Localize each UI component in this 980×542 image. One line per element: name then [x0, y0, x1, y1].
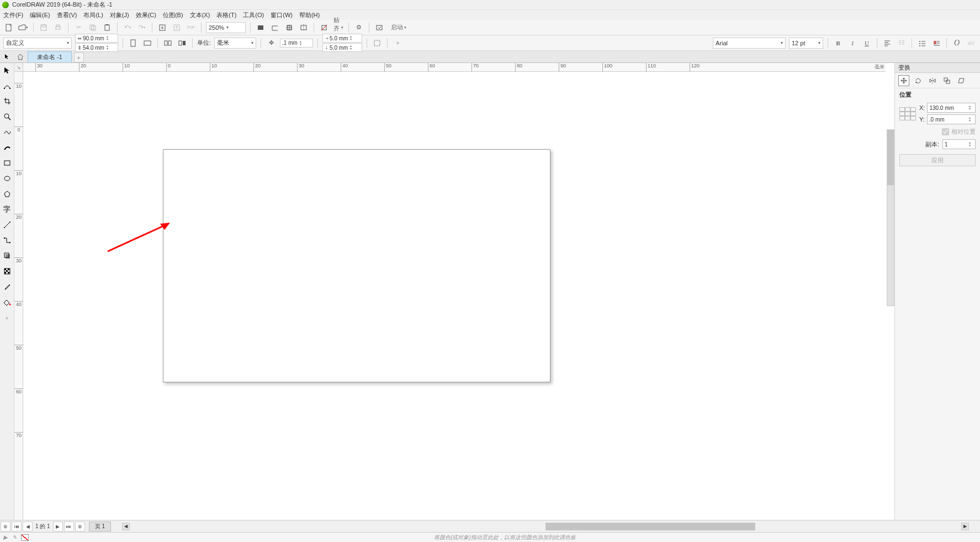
- size-tab[interactable]: [941, 75, 952, 86]
- last-page-button[interactable]: ⏭: [64, 522, 74, 532]
- x-field[interactable]: 130.0 mm▴▾: [927, 103, 976, 113]
- menu-layout[interactable]: 布局(L): [83, 11, 103, 19]
- home-tab[interactable]: [14, 51, 27, 62]
- print-button[interactable]: [52, 22, 63, 33]
- transparency-tool[interactable]: [1, 265, 13, 277]
- doc-tab-1[interactable]: 未命名 -1: [28, 51, 72, 62]
- eyedropper-tool[interactable]: [1, 281, 13, 293]
- page-1[interactable]: [163, 149, 550, 382]
- freehand-tool[interactable]: [1, 126, 13, 138]
- next-page-button[interactable]: ▶: [53, 522, 63, 532]
- anchor-grid[interactable]: [899, 107, 916, 120]
- save-button[interactable]: [38, 22, 49, 33]
- copies-field[interactable]: 1▴▾: [942, 139, 976, 149]
- polygon-tool[interactable]: [1, 188, 13, 200]
- font-size-combo[interactable]: 12 pt▾: [789, 38, 823, 49]
- show-guides-button[interactable]: [298, 22, 309, 33]
- add-page-button[interactable]: ⊕: [1, 522, 10, 532]
- bold-button[interactable]: B: [833, 38, 844, 49]
- menu-tools[interactable]: 工具(O): [243, 11, 264, 19]
- menu-file[interactable]: 文件(F): [3, 11, 23, 19]
- mirror-tab[interactable]: [927, 75, 938, 86]
- menu-effects[interactable]: 效果(C): [136, 11, 156, 19]
- launch-icon[interactable]: [374, 22, 385, 33]
- show-grid-button[interactable]: [284, 22, 295, 33]
- skew-tab[interactable]: [956, 75, 967, 86]
- menu-view[interactable]: 查看(V): [57, 11, 77, 19]
- horizontal-scrollbar[interactable]: ◀ ▶: [122, 523, 969, 530]
- text-properties-button[interactable]: O: [951, 38, 962, 49]
- drop-shadow-tool[interactable]: [1, 250, 13, 262]
- connector-tool[interactable]: [1, 234, 13, 246]
- menu-bitmap[interactable]: 位图(B): [163, 11, 183, 19]
- snap-off-button[interactable]: [319, 22, 330, 33]
- page-height-field[interactable]: ⬍54.0 mm▴▾: [75, 43, 118, 52]
- menu-object[interactable]: 对象(J): [110, 11, 129, 19]
- edit-text-button[interactable]: ab|: [966, 38, 977, 49]
- page-tab-1[interactable]: 页 1: [89, 522, 111, 532]
- relative-checkbox[interactable]: 相对位置: [942, 128, 976, 136]
- menu-table[interactable]: 表格(T): [216, 11, 236, 19]
- paste-button[interactable]: [102, 22, 113, 33]
- canvas-viewport[interactable]: ↘ 毫米 3020100102030405060708090100110120 …: [14, 63, 894, 520]
- add-preset-button[interactable]: ＋: [392, 38, 403, 49]
- landscape-button[interactable]: [142, 38, 153, 49]
- add-tool-button[interactable]: ＋: [1, 312, 13, 324]
- add-tab-button[interactable]: ＋: [74, 52, 84, 62]
- copy-button[interactable]: [87, 22, 98, 33]
- show-rulers-button[interactable]: [269, 22, 280, 33]
- redo-button[interactable]: ↷▾: [136, 22, 147, 33]
- portrait-button[interactable]: [128, 38, 139, 49]
- y-field[interactable]: .0 mm▴▾: [927, 114, 976, 124]
- ellipse-tool[interactable]: [1, 172, 13, 185]
- open-button[interactable]: ▾: [18, 22, 29, 33]
- pick-tool[interactable]: [1, 64, 13, 76]
- unit-combo[interactable]: 毫米▾: [214, 38, 256, 49]
- canvas-area[interactable]: [23, 72, 886, 520]
- menu-edit[interactable]: 编辑(E): [30, 11, 50, 19]
- fullscreen-button[interactable]: [255, 22, 266, 33]
- ruler-origin[interactable]: ↘: [14, 63, 23, 72]
- ruler-vertical[interactable]: 10010203040506070: [14, 72, 23, 520]
- rectangle-tool[interactable]: [1, 157, 13, 169]
- cut-button[interactable]: ✂: [73, 22, 84, 33]
- zoom-combo[interactable]: 250%▾: [206, 22, 246, 33]
- options-button[interactable]: ⚙: [353, 22, 364, 33]
- italic-button[interactable]: I: [847, 38, 858, 49]
- zoom-tool[interactable]: [1, 110, 13, 123]
- export-button[interactable]: [171, 22, 182, 33]
- ruler-horizontal[interactable]: 毫米 3020100102030405060708090100110120: [23, 63, 886, 72]
- apply-button[interactable]: 应用: [899, 154, 976, 166]
- dup-y-field[interactable]: ⤓5.0 mm▴▾: [322, 43, 362, 52]
- position-tab[interactable]: [898, 75, 909, 86]
- underline-button[interactable]: U: [861, 38, 872, 49]
- undo-button[interactable]: ↶▾: [122, 22, 133, 33]
- shape-tool[interactable]: [1, 80, 13, 92]
- all-pages-button[interactable]: [162, 38, 173, 49]
- add-page-after-button[interactable]: ⊕: [75, 522, 85, 532]
- menu-help[interactable]: 帮助(H): [299, 11, 320, 19]
- snap-to-button[interactable]: 贴齐(I)▾: [333, 22, 344, 33]
- new-doc-button[interactable]: [3, 22, 14, 33]
- first-page-button[interactable]: ⏮: [12, 522, 22, 532]
- fill-swatch[interactable]: [21, 534, 29, 541]
- dup-x-field[interactable]: ⇥5.0 mm▴▾: [322, 34, 362, 43]
- menu-text[interactable]: 文本(X): [190, 11, 210, 19]
- dropcap-button[interactable]: [931, 38, 942, 49]
- bullets-button[interactable]: [917, 38, 928, 49]
- parallel-dim-tool[interactable]: [1, 219, 13, 231]
- fill-tool[interactable]: [1, 296, 13, 308]
- nudge-field[interactable]: .1 mm▴▾: [280, 39, 313, 48]
- prev-page-button[interactable]: ◀: [23, 522, 33, 532]
- crop-tool[interactable]: [1, 95, 13, 107]
- publish-pdf-button[interactable]: PDF: [186, 22, 197, 33]
- artistic-media-tool[interactable]: [1, 141, 13, 154]
- docker-title[interactable]: 变换: [895, 63, 980, 73]
- page-width-field[interactable]: ⬌90.0 mm▴▾: [75, 34, 118, 43]
- vertical-scrollbar[interactable]: [887, 129, 894, 306]
- treat-as-filled-button[interactable]: [372, 38, 383, 49]
- current-page-button[interactable]: [177, 38, 188, 49]
- text-tool[interactable]: 字: [1, 203, 13, 215]
- align-button[interactable]: [882, 38, 893, 49]
- rotate-tab[interactable]: [913, 75, 924, 86]
